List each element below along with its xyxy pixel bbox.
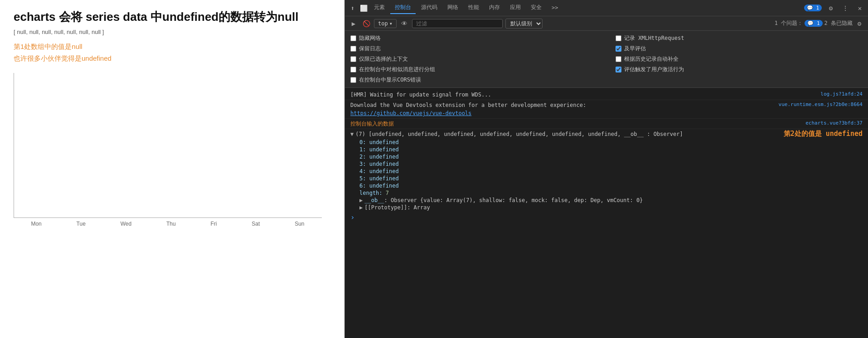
tab-performance[interactable]: 性能 bbox=[464, 2, 484, 14]
annotation-text: 第1处数组中的值是null 也许很多小伙伴觉得是undefined bbox=[14, 41, 331, 64]
x-label-thu: Thu bbox=[166, 221, 176, 227]
chart-area bbox=[14, 73, 322, 218]
issues-count: 1 个问题： 💬 1 2 条已隐藏 ⚙ bbox=[775, 19, 864, 29]
run-icon[interactable]: ▶ bbox=[349, 19, 359, 29]
left-panel: echarts 会将 series data 中undefined的数据转为nu… bbox=[0, 0, 344, 338]
block-icon[interactable]: 🚫 bbox=[361, 19, 371, 29]
tab-network[interactable]: 网络 bbox=[443, 2, 463, 14]
top-dropdown-icon: ▾ bbox=[389, 20, 393, 27]
devtools-panel: ⬆ ⬜ 元素 控制台 源代码 网络 性能 内存 应用 安全 >> 💬 1 ⚙ ⋮… bbox=[344, 0, 868, 338]
tab-sources[interactable]: 源代码 bbox=[417, 2, 442, 14]
annotation-line1: 第1处数组中的值是null bbox=[14, 41, 331, 53]
tree-root-text: (7) [undefined, undefined, undefined, un… bbox=[355, 131, 770, 137]
checkbox-cors-errors[interactable]: 在控制台中显示CORS错误 bbox=[350, 76, 597, 84]
x-label-sat: Sat bbox=[252, 221, 260, 227]
tree-proto-line[interactable]: ▶ [[Prototype]]: Array bbox=[354, 204, 868, 211]
eager-eval-checkbox[interactable] bbox=[616, 46, 621, 52]
tab-more[interactable]: >> bbox=[547, 3, 563, 14]
annotation-2: 第2处的值是 undefined bbox=[784, 130, 863, 138]
inspect-icon[interactable]: ⬜ bbox=[359, 3, 369, 13]
checkbox-selected-context[interactable]: 仅限已选择的上下文 bbox=[350, 55, 597, 63]
console-section-link[interactable]: echarts.vue?3bfd:37 bbox=[805, 120, 863, 127]
console-section-label[interactable]: 控制台输入的数据 bbox=[350, 120, 394, 128]
vue-devtools-url[interactable]: https://github.com/vuejs/vue-devtools bbox=[350, 110, 471, 116]
console-hmr-link[interactable]: log.js?1afd:24 bbox=[820, 91, 863, 98]
tab-memory[interactable]: 内存 bbox=[485, 2, 504, 14]
issues-badge[interactable]: 💬 1 bbox=[804, 5, 822, 11]
preserve-log-checkbox[interactable] bbox=[350, 46, 356, 52]
cursor-icon[interactable]: ⬆ bbox=[348, 3, 358, 13]
tree-item-0: 0: undefined bbox=[354, 139, 868, 146]
eye-icon[interactable]: 👁 bbox=[399, 19, 409, 29]
x-label-tue: Tue bbox=[77, 221, 86, 227]
issues-text: 1 个问题： bbox=[775, 19, 803, 27]
tree-item-5: 5: undefined bbox=[354, 175, 868, 182]
tree-item-2: 2: undefined bbox=[354, 153, 868, 160]
x-label-fri: Fri bbox=[210, 221, 217, 227]
tab-console[interactable]: 控制台 bbox=[390, 2, 416, 14]
cors-errors-checkbox[interactable] bbox=[350, 77, 356, 83]
null-array-text: [ null, null, null, null, null, null, nu… bbox=[14, 29, 331, 35]
tree-item-6: 6: undefined bbox=[354, 182, 868, 189]
prompt-icon: › bbox=[350, 213, 355, 222]
checkbox-preserve-log[interactable]: 保留日志 bbox=[350, 45, 597, 53]
filter-input[interactable] bbox=[412, 19, 503, 28]
console-prompt[interactable]: › bbox=[345, 211, 868, 223]
issues-mini-badge[interactable]: 💬 1 bbox=[805, 20, 822, 27]
autocomplete-history-checkbox[interactable] bbox=[616, 56, 621, 62]
settings-icon[interactable]: ⚙ bbox=[825, 3, 836, 14]
user-activation-checkbox[interactable] bbox=[616, 67, 621, 72]
selected-context-checkbox[interactable] bbox=[350, 56, 356, 62]
checkbox-hide-network[interactable]: 隐藏网络 bbox=[350, 34, 597, 42]
x-label-sun: Sun bbox=[295, 221, 304, 227]
console-hmr-line: [HMR] Waiting for update signal from WDS… bbox=[345, 90, 868, 100]
console-vue-devtools-line: Download the Vue Devtools extension for … bbox=[345, 100, 868, 119]
log-xmlhttp-checkbox[interactable] bbox=[616, 35, 621, 41]
tree-item-length: length: 7 bbox=[354, 189, 868, 197]
tree-ob-line[interactable]: ▶ __ob__ : Observer {value: Array(7), sh… bbox=[354, 197, 868, 204]
devtools-tab-bar: ⬆ ⬜ 元素 控制台 源代码 网络 性能 内存 应用 安全 >> 💬 1 ⚙ ⋮… bbox=[345, 0, 868, 16]
tab-icons: 💬 1 ⚙ ⋮ ✕ bbox=[804, 3, 865, 14]
x-label-mon: Mon bbox=[31, 221, 41, 227]
close-icon[interactable]: ✕ bbox=[854, 3, 865, 14]
console-toolbar: ▶ 🚫 top ▾ 👁 默认级别 1 个问题： 💬 1 2 条已隐藏 ⚙ bbox=[345, 16, 868, 31]
tree-collapse-icon[interactable]: ▼ bbox=[350, 131, 354, 137]
console-hmr-text: [HMR] Waiting for update signal from WDS… bbox=[350, 91, 817, 99]
tree-ob-expand-icon[interactable]: ▶ bbox=[359, 197, 363, 203]
checkbox-eager-eval[interactable]: 及早评估 bbox=[616, 45, 863, 53]
console-output[interactable]: [HMR] Waiting for update signal from WDS… bbox=[345, 88, 868, 338]
tree-root-line[interactable]: ▼ (7) [undefined, undefined, undefined, … bbox=[345, 129, 868, 139]
tab-elements[interactable]: 元素 bbox=[369, 2, 389, 14]
page-title: echarts 会将 series data 中undefined的数据转为nu… bbox=[14, 9, 331, 25]
hide-network-checkbox[interactable] bbox=[350, 35, 356, 41]
checkbox-group-similar[interactable]: 在控制台中对相似消息进行分组 bbox=[350, 66, 597, 73]
checkbox-area: 隐藏网络 记录 XMLHttpRequest 保留日志 及早评估 仅限已选择的上… bbox=[345, 31, 868, 88]
console-section-line: 控制台输入的数据 echarts.vue?3bfd:37 bbox=[345, 119, 868, 129]
top-label: top bbox=[378, 20, 388, 27]
top-select[interactable]: top ▾ bbox=[374, 19, 397, 28]
chart-x-labels: Mon Tue Wed Thu Fri Sat Sun bbox=[14, 221, 322, 227]
tree-item-1: 1: undefined bbox=[354, 146, 868, 153]
hidden-count: 2 条已隐藏 bbox=[824, 19, 853, 27]
tree-item-3: 3: undefined bbox=[354, 160, 868, 168]
tree-item-4: 4: undefined bbox=[354, 168, 868, 175]
console-vue-devtools-link[interactable]: vue.runtime.esm.js?2b0e:8664 bbox=[779, 101, 863, 109]
x-label-wed: Wed bbox=[121, 221, 131, 227]
annotation-line2: 也许很多小伙伴觉得是undefined bbox=[14, 53, 331, 64]
more-options-icon[interactable]: ⋮ bbox=[840, 3, 851, 14]
level-select[interactable]: 默认级别 bbox=[505, 19, 543, 29]
checkbox-user-activation[interactable]: 评估触发了用户激活行为 bbox=[616, 66, 863, 73]
tab-security[interactable]: 安全 bbox=[526, 2, 546, 14]
console-vue-devtools-text: Download the Vue Devtools extension for … bbox=[350, 101, 775, 117]
checkbox-autocomplete-history[interactable]: 根据历史记录自动补全 bbox=[616, 55, 863, 63]
settings-gear-icon[interactable]: ⚙ bbox=[854, 19, 864, 29]
tree-proto-expand-icon[interactable]: ▶ bbox=[359, 204, 363, 211]
group-similar-checkbox[interactable] bbox=[350, 67, 356, 72]
tab-application[interactable]: 应用 bbox=[505, 2, 525, 14]
checkbox-log-xmlhttp[interactable]: 记录 XMLHttpRequest bbox=[616, 34, 863, 42]
